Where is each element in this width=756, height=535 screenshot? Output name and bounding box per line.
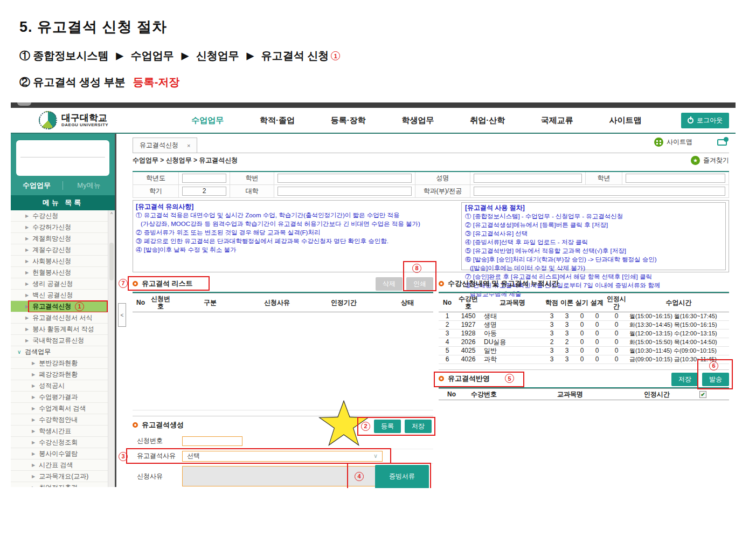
evidence-button[interactable]: 증빙서류 bbox=[375, 465, 429, 489]
step2-text: ② 유고결석 생성 부분 bbox=[19, 75, 126, 90]
sidebar-item-timetable[interactable]: ▶학생시간표 bbox=[11, 426, 108, 437]
register-button[interactable]: 등록 bbox=[374, 420, 401, 433]
sidebar-item-vaccine[interactable]: ▶백신 공결신청 bbox=[11, 290, 108, 301]
empty-list-area bbox=[133, 312, 433, 410]
year-input[interactable] bbox=[182, 174, 226, 183]
grade-input[interactable] bbox=[626, 174, 725, 183]
red-mark-6: 6 bbox=[709, 361, 718, 371]
sidebar-item-sugang-lookup[interactable]: ▶수강신청조회 bbox=[11, 437, 108, 448]
sidebar-item-service-plan[interactable]: ▶봉사 활동계획서 작성 bbox=[11, 324, 108, 335]
select-all-checkbox[interactable]: ✔ bbox=[699, 391, 706, 398]
user-info-box bbox=[16, 140, 109, 176]
app-header: 대구대학교 DAEGU UNIVERSITY 수업업무 학적·졸업 등록·장학 … bbox=[11, 108, 736, 134]
sidebar-collapse-button[interactable]: < bbox=[118, 303, 126, 327]
delete-button[interactable]: 삭제 bbox=[376, 277, 403, 291]
sidebar-item-credit-guide[interactable]: ▶수강학점안내 bbox=[11, 414, 108, 426]
application-no-input[interactable] bbox=[182, 436, 242, 446]
nav-item-classes[interactable]: 수업업무 bbox=[191, 115, 224, 126]
grade-label: 학년 bbox=[586, 172, 622, 184]
sidebar-item-sugang[interactable]: ▶수강신청 bbox=[11, 210, 108, 222]
name-label: 성명 bbox=[415, 172, 470, 184]
sidebar-item-course-outline[interactable]: ▶교과목개요(교과) bbox=[11, 471, 108, 482]
nav-item-career[interactable]: 취업·산학 bbox=[470, 115, 505, 126]
chevron-right-icon: ▶ bbox=[32, 474, 35, 479]
course-row: 42026 DU실용2 20 00 화(15:00~15:50) 목(14:00… bbox=[439, 338, 729, 346]
chevron-right-icon: ▶ bbox=[25, 293, 29, 298]
semester-label: 학기 bbox=[133, 184, 179, 197]
course-row: 21927 생명3 30 00 화(13:30~14:45) 목(15:00~1… bbox=[439, 320, 729, 329]
sidebar-item-sugang-heoga[interactable]: ▶수강허가신청 bbox=[11, 222, 108, 233]
absence-reason-select[interactable]: 선택 ∨ bbox=[182, 451, 383, 462]
app-window: 대구대학교 DAEGU UNIVERSITY 수업업무 학적·졸업 등록·장학 … bbox=[11, 102, 736, 488]
course-row: 11450 생태3 30 00 월(15:00~16:15) 월(16:30~1… bbox=[439, 312, 729, 320]
window-close-icon[interactable] bbox=[717, 139, 727, 146]
application-no-label: 신청번호 bbox=[133, 436, 182, 445]
nav-item-international[interactable]: 국제교류 bbox=[541, 115, 573, 126]
apply-reason-input[interactable] bbox=[182, 466, 380, 486]
sidebar-item-absence-form[interactable]: ▶유고결석신청서 서식 bbox=[11, 312, 108, 324]
course-row: 31928 아동3 30 00 월(12:00~13:15) 수(12:00~1… bbox=[439, 329, 729, 338]
sidebar-item-credit-exchange[interactable]: ▶국내학점교류신청 bbox=[11, 335, 108, 346]
chevron-right-icon: ▶ bbox=[25, 248, 29, 252]
chevron-right-icon: ▶ bbox=[25, 259, 29, 264]
breadcrumb-row: 수업업무 > 신청업무 > 유고결석신청 ★ 즐겨찾기 bbox=[133, 153, 729, 168]
chevron-right-icon: ▶ bbox=[32, 417, 35, 422]
close-icon[interactable]: × bbox=[187, 142, 190, 149]
sidebar-tab-mymenu[interactable]: My메뉴 bbox=[63, 181, 115, 190]
university-logo[interactable]: 대구대학교 DAEGU UNIVERSITY bbox=[39, 111, 141, 129]
save-button[interactable]: 저장 bbox=[405, 420, 432, 433]
chevron-right-icon: ▶ bbox=[32, 372, 35, 377]
sidebar-item-syllabus-search[interactable]: ▶수업계획서 검색 bbox=[11, 403, 108, 414]
note-step1: ① 종합정보시스템 ▶ 수업업무 ▶ 신청업무 ▶ 유고결석 신청 1 bbox=[19, 49, 340, 63]
chevron-right-icon: ▶ bbox=[32, 463, 35, 468]
main-content: 유고결석신청 × 사이트맵 수업업무 > 신청업무 > 유고결석신청 bbox=[116, 134, 736, 487]
sidebar-tabs: 수업업무 My메뉴 bbox=[11, 176, 115, 195]
arrow-icon: ▶ bbox=[247, 50, 254, 61]
nav-item-student[interactable]: 학생업무 bbox=[401, 115, 434, 126]
absence-list-title: 유고결석 리스트 bbox=[142, 279, 193, 289]
sidebar-item-division-status[interactable]: ▶분반강좌현황 bbox=[11, 358, 108, 369]
sidebar-item-closed-status[interactable]: ▶폐강강좌현황 bbox=[11, 369, 108, 380]
sidebar-item-seasonal[interactable]: ▶계절수강신청 bbox=[11, 244, 108, 256]
sidebar-item-eval-result[interactable]: ▶수업평가결과 bbox=[11, 392, 108, 403]
chevron-right-icon: ▶ bbox=[25, 327, 29, 332]
sidebar-scrollbar[interactable]: ^ bbox=[108, 210, 115, 487]
scrollbar-thumb[interactable] bbox=[109, 243, 114, 280]
student-id-input[interactable] bbox=[278, 174, 412, 183]
courses-header: 수강신청내역 및 유고결석 누적시간 bbox=[439, 276, 729, 292]
sitemap-link[interactable]: 사이트맵 bbox=[654, 138, 692, 147]
nav-item-registration[interactable]: 등록·장학 bbox=[331, 115, 366, 126]
tab-absence-apply[interactable]: 유고결석신청 × bbox=[133, 138, 197, 153]
sidebar-tab-classes[interactable]: 수업업무 bbox=[11, 181, 63, 190]
send-button[interactable]: 발송 bbox=[702, 373, 729, 386]
sidebar-item-timetable-search[interactable]: ▶시간표 검색 bbox=[11, 459, 108, 471]
sidebar-item-menstrual[interactable]: ▶생리 공결신청 bbox=[11, 278, 108, 290]
sidebar-item-clipped[interactable]: ▶취업적지추격 bbox=[11, 482, 108, 487]
nav-item-records[interactable]: 학적·졸업 bbox=[260, 115, 295, 126]
absence-apply-title: 유고결석반영 bbox=[448, 374, 490, 383]
favorite-button[interactable]: ★ 즐겨찾기 bbox=[691, 156, 729, 165]
print-button[interactable]: 인쇄 bbox=[406, 277, 433, 291]
nav-item-sitemap[interactable]: 사이트맵 bbox=[609, 115, 642, 126]
sidebar-item-service-view[interactable]: ▶봉사이수열람 bbox=[11, 448, 108, 459]
sidebar-section-search[interactable]: ∨검색업무 bbox=[11, 346, 108, 358]
apply-save-button[interactable]: 저장 bbox=[671, 373, 698, 386]
college-label: 대학 bbox=[230, 184, 274, 197]
chevron-right-icon: ▶ bbox=[32, 440, 35, 445]
semester-input[interactable]: 2 bbox=[182, 187, 226, 196]
sidebar-item-seasonal-hope[interactable]: ▶계절희망신청 bbox=[11, 233, 108, 244]
chevron-right-icon: ▶ bbox=[32, 361, 35, 366]
sidebar-item-blood-service[interactable]: ▶헌혈봉사신청 bbox=[11, 267, 108, 278]
student-id-label: 학번 bbox=[230, 172, 274, 184]
sidebar-item-grade-post[interactable]: ▶성적공시 bbox=[11, 380, 108, 392]
step1-prefix: ① 종합정보시스템 bbox=[19, 49, 109, 63]
sidebar-item-absence-apply[interactable]: ▶ 유고결석신청 1 bbox=[11, 301, 108, 312]
college-input[interactable] bbox=[278, 187, 412, 196]
dept-input[interactable] bbox=[474, 187, 725, 196]
sidebar-item-social-service[interactable]: ▶사회봉사신청 bbox=[11, 256, 108, 267]
name-input[interactable] bbox=[474, 174, 582, 183]
logout-button[interactable]: 로그아웃 bbox=[681, 113, 729, 128]
red-mark-5: 5 bbox=[505, 374, 514, 383]
chevron-right-icon: ▶ bbox=[32, 429, 35, 434]
scroll-up-icon[interactable]: ^ bbox=[108, 210, 115, 218]
